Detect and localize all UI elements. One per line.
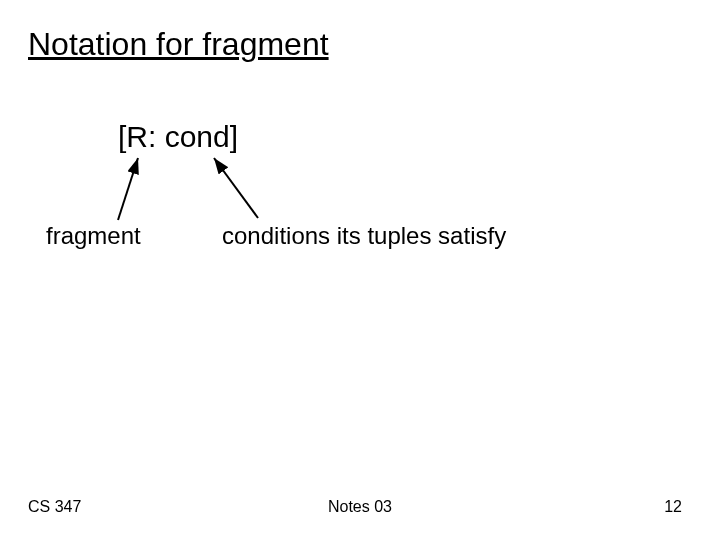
label-conditions: conditions its tuples satisfy: [222, 222, 506, 250]
footer-page-number: 12: [664, 498, 682, 516]
footer-notes: Notes 03: [0, 498, 720, 516]
label-fragment: fragment: [46, 222, 141, 250]
arrow-to-r: [118, 158, 138, 220]
slide: Notation for fragment [R: cond] fragment…: [0, 0, 720, 540]
slide-title: Notation for fragment: [28, 26, 329, 63]
arrow-to-cond: [214, 158, 258, 218]
notation-text: [R: cond]: [118, 120, 238, 154]
arrows-svg: [0, 0, 720, 540]
